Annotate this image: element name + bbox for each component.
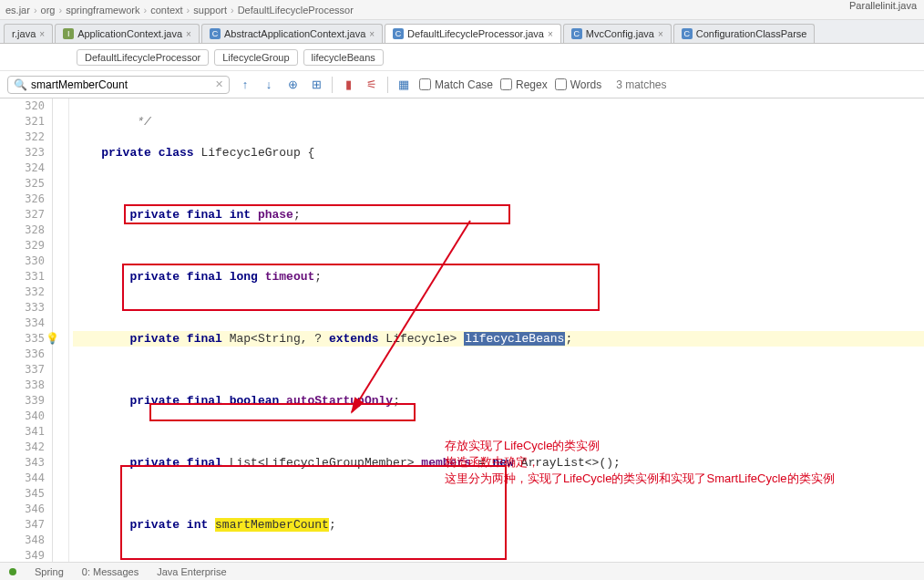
filter-icon[interactable]: ⚟: [364, 77, 380, 93]
search-icon: 🔍: [14, 78, 27, 91]
status-java-enterprise[interactable]: Java Enterprise: [157, 566, 226, 577]
prev-occurrence-icon[interactable]: ↑: [237, 77, 253, 93]
class-icon: C: [393, 28, 404, 39]
tab-defaultlifecycleprocessor[interactable]: CDefaultLifecycleProcessor.java×: [385, 24, 561, 43]
editor-tabs: r.java× IApplicationContext.java× CAbstr…: [0, 20, 924, 44]
crumb-inner[interactable]: LifecycleGroup: [214, 49, 297, 66]
close-icon[interactable]: ×: [186, 29, 191, 39]
class-icon: C: [571, 28, 582, 39]
class-icon: C: [210, 28, 221, 39]
structure-breadcrumb: DefaultLifecycleProcessor LifecycleGroup…: [0, 44, 924, 71]
close-icon[interactable]: ×: [39, 29, 45, 39]
search-field-wrap: 🔍 ✕: [7, 76, 230, 94]
crumb-field[interactable]: lifecycleBeans: [303, 49, 384, 66]
add-selection-icon[interactable]: ⊕: [284, 77, 301, 93]
next-occurrence-icon[interactable]: ↓: [261, 77, 277, 93]
match-case-checkbox[interactable]: Match Case: [419, 78, 493, 91]
tab-abstractapplicationcontext[interactable]: CAbstractApplicationContext.java×: [201, 24, 383, 43]
regex-checkbox[interactable]: Regex: [500, 78, 548, 91]
annotation-text: 存放实现了LifeCycle的类实例构造函数中确定，这里分为两种，实现了Life…: [445, 405, 835, 520]
exclude-icon[interactable]: ▮: [340, 77, 356, 93]
intention-bulb-icon[interactable]: 💡: [46, 332, 59, 347]
search-input[interactable]: [31, 78, 215, 91]
crumb-class[interactable]: DefaultLifecycleProcessor: [77, 49, 209, 66]
status-messages[interactable]: 0: Messages: [82, 566, 139, 577]
find-toolbar: 🔍 ✕ ↑ ↓ ⊕ ⊞ ▮ ⚟ ▦ Match Case Regex Words…: [0, 71, 924, 98]
tab-configurationclassparse[interactable]: CConfigurationClassParse: [673, 24, 816, 43]
tab-r-java[interactable]: r.java×: [4, 24, 53, 43]
project-path-crumbs: es.jar› org› springframework› context› s…: [0, 0, 924, 20]
settings-icon[interactable]: ▦: [395, 77, 412, 93]
status-bar: Spring 0: Messages Java Enterprise: [0, 562, 924, 580]
class-icon: C: [682, 28, 693, 39]
match-count: 3 matches: [616, 78, 666, 91]
tab-applicationcontext[interactable]: IApplicationContext.java×: [55, 24, 200, 43]
select-all-icon[interactable]: ⊞: [308, 77, 324, 93]
clear-icon[interactable]: ✕: [215, 78, 223, 90]
close-icon[interactable]: ×: [548, 29, 553, 39]
right-file-label: Parallelinit.java: [849, 0, 917, 11]
code-content[interactable]: */ private class LifecycleGroup { privat…: [69, 98, 924, 580]
words-checkbox[interactable]: Words: [555, 78, 601, 91]
interface-icon: I: [63, 28, 74, 39]
status-dot-icon: [9, 568, 16, 575]
close-icon[interactable]: ×: [369, 29, 375, 39]
status-spring[interactable]: Spring: [35, 566, 64, 577]
tab-mvcconfig[interactable]: CMvcConfig.java×: [563, 24, 672, 43]
editor-area[interactable]: 3203213223233243253263273283293303313323…: [0, 98, 924, 580]
close-icon[interactable]: ×: [658, 29, 663, 39]
